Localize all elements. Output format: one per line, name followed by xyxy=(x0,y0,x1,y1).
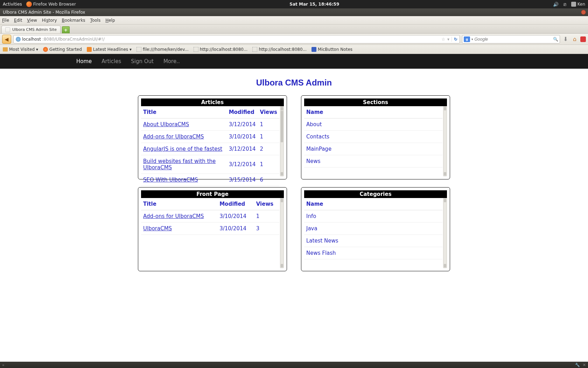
table-row: AngularJS is one of the fastest3/12/2014… xyxy=(141,143,279,155)
bookmark-http1[interactable]: http://localhost:8080... xyxy=(194,47,248,52)
cell-modified: 3/10/2014 xyxy=(217,223,254,235)
search-icon[interactable]: 🔍 xyxy=(553,37,558,42)
bookmark-mic-notes[interactable]: MicButton Notes xyxy=(312,47,352,52)
active-app[interactable]: Firefox Web Browser xyxy=(26,1,76,7)
category-name[interactable]: Latest News xyxy=(304,235,442,247)
clock[interactable]: Sat Mar 15, 18:46:59 xyxy=(76,2,553,7)
bookmark-label: Getting Started xyxy=(49,47,82,52)
bookmark-getting-started[interactable]: Getting Started xyxy=(43,47,82,52)
new-tab-button[interactable]: + xyxy=(62,26,70,33)
frontpage-panel: Front Page Title Modified Views Add-ons … xyxy=(138,187,287,271)
navigation-toolbar: ◀ localhost:8080/UlboraCmsAdminUI/#!/ ☆ … xyxy=(0,34,588,45)
col-name: Name xyxy=(304,198,442,210)
col-title: Title xyxy=(141,106,227,118)
cell-views: 1 xyxy=(254,210,279,223)
category-name[interactable]: Info xyxy=(304,210,442,223)
browser-tab[interactable]: Ulbora CMS Admin Site xyxy=(1,26,61,33)
window-close-button[interactable] xyxy=(581,10,586,15)
folder-icon xyxy=(3,47,8,52)
scrollbar[interactable] xyxy=(280,198,284,268)
scrollbar[interactable] xyxy=(443,198,447,268)
frontpage-link[interactable]: Add-ons for UlboraCMS xyxy=(143,213,204,219)
bookmarks-toolbar: Most Visited ▾ Getting Started Latest He… xyxy=(0,45,588,54)
url-bar[interactable]: localhost:8080/UlboraCmsAdminUI/#!/ ☆ ▾ … xyxy=(13,35,460,43)
pocket-button[interactable] xyxy=(580,36,586,42)
scrollbar[interactable] xyxy=(280,106,284,176)
cell-views: 1 xyxy=(258,131,279,143)
categories-table: Name Info Java Latest News News Flash xyxy=(304,198,442,259)
section-name[interactable]: News xyxy=(304,155,442,168)
table-row: Latest News xyxy=(304,235,442,247)
bookmark-most-visited[interactable]: Most Visited ▾ xyxy=(3,47,38,52)
search-engine-dropdown[interactable]: ▾ xyxy=(471,38,473,41)
table-row: UlboraCMS3/10/20143 xyxy=(141,223,279,235)
tab-bar: Ulbora CMS Admin Site + xyxy=(0,25,588,34)
page-title: Ulbora CMS Admin xyxy=(0,78,588,88)
bookmark-star-icon[interactable]: ☆ xyxy=(441,37,445,42)
firebug-icon[interactable]: 🔧 xyxy=(575,363,580,367)
cms-navbar: Home Articles Sign Out More.. xyxy=(0,54,588,69)
frontpage-link[interactable]: UlboraCMS xyxy=(143,225,172,232)
downloads-button[interactable]: ⬇ xyxy=(562,36,569,43)
col-views: Views xyxy=(254,198,279,210)
search-bar[interactable]: g ▾ 🔍 xyxy=(462,35,560,43)
cell-views: 1 xyxy=(258,118,279,131)
menu-help[interactable]: Help xyxy=(105,18,115,23)
bookmark-label: Most Visited xyxy=(9,47,35,52)
menu-bookmarks[interactable]: Bookmarks xyxy=(62,18,85,23)
section-name[interactable]: Contacts xyxy=(304,131,442,143)
nav-more[interactable]: More.. xyxy=(163,58,180,64)
panel-header: Articles xyxy=(141,98,284,106)
menu-tools[interactable]: Tools xyxy=(90,18,101,23)
menu-history[interactable]: History xyxy=(42,18,57,23)
table-row: Build websites fast with the UlboraCMS3/… xyxy=(141,155,279,174)
user-name: Ken xyxy=(578,2,585,7)
bookmark-latest-headlines[interactable]: Latest Headlines ▾ xyxy=(87,47,132,52)
search-input[interactable] xyxy=(475,37,552,42)
col-modified: Modified xyxy=(217,198,254,210)
user-menu[interactable]: Ken xyxy=(571,2,585,7)
bookmark-label: MicButton Notes xyxy=(318,47,352,52)
dropdown-icon[interactable]: ▾ xyxy=(447,37,449,42)
article-link[interactable]: Build websites fast with the UlboraCMS xyxy=(143,158,216,171)
article-link[interactable]: AngularJS is one of the fastest xyxy=(143,146,222,152)
section-name[interactable]: About xyxy=(304,118,442,131)
nav-signout[interactable]: Sign Out xyxy=(131,58,154,64)
google-icon: g xyxy=(464,36,470,42)
table-row: Info xyxy=(304,210,442,223)
activities-button[interactable]: Activities xyxy=(3,2,22,7)
back-button[interactable]: ◀ xyxy=(2,35,11,44)
category-name[interactable]: News Flash xyxy=(304,247,442,259)
menu-edit[interactable]: Edit xyxy=(14,18,22,23)
nav-articles[interactable]: Articles xyxy=(102,58,121,64)
scrollbar[interactable] xyxy=(443,106,447,176)
article-link[interactable]: Add-ons for UlboraCMS xyxy=(143,134,204,140)
status-left-icon[interactable]: » xyxy=(2,363,5,367)
article-link[interactable]: About UlboraCMS xyxy=(143,121,189,128)
article-link[interactable]: SEO With UlboraCMS xyxy=(143,177,198,183)
bookmark-file-link[interactable]: file:///home/ken/dev... xyxy=(136,47,189,52)
section-name[interactable]: MainPage xyxy=(304,143,442,155)
status-close-icon[interactable]: ✕ xyxy=(583,363,586,367)
network-icon[interactable]: ⎚ xyxy=(564,2,566,7)
refresh-button[interactable]: ↻ xyxy=(451,37,457,42)
nav-home[interactable]: Home xyxy=(76,58,92,64)
menu-file[interactable]: File xyxy=(2,18,9,23)
bookmark-label: http://localhost:8080... xyxy=(200,47,248,52)
col-name: Name xyxy=(304,106,442,118)
category-name[interactable]: Java xyxy=(304,223,442,235)
menu-bar: File Edit View History Bookmarks Tools H… xyxy=(0,16,588,25)
home-button[interactable]: ⌂ xyxy=(571,36,578,43)
sections-table: Name About Contacts MainPage News xyxy=(304,106,442,168)
menu-view[interactable]: View xyxy=(27,18,37,23)
page-icon xyxy=(194,47,198,52)
panel-header: Categories xyxy=(304,190,447,198)
page-icon xyxy=(136,47,141,52)
cell-views: 2 xyxy=(258,143,279,155)
active-app-label: Firefox Web Browser xyxy=(33,2,76,7)
col-modified: Modified xyxy=(227,106,258,118)
table-row: News Flash xyxy=(304,247,442,259)
volume-icon[interactable]: 🔊 xyxy=(553,2,559,7)
bookmark-http2[interactable]: http://localhost:8080... xyxy=(252,47,307,52)
frontpage-table: Title Modified Views Add-ons for UlboraC… xyxy=(141,198,279,235)
